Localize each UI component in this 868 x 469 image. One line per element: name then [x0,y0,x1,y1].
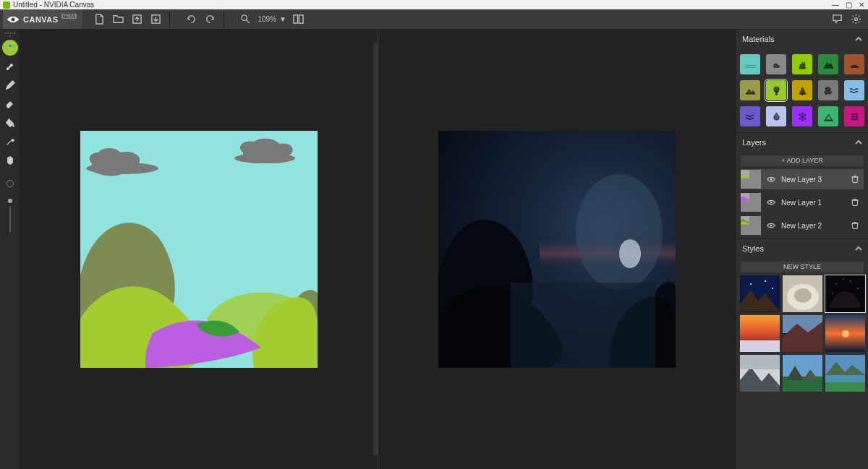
svg-rect-54 [783,355,822,377]
layer-thumbnail [741,216,761,235]
style-thumb-2[interactable] [825,275,865,312]
layer-thumbnail [741,193,761,212]
style-thumb-1[interactable] [783,275,822,312]
maximize-button[interactable]: ▢ [842,1,855,9]
zoom-controls: 109% ▼ [236,11,307,28]
render-canvas-panel[interactable] [378,30,736,469]
minimize-button[interactable]: — [829,1,842,9]
layers-header[interactable]: Layers [736,132,868,151]
material-sand[interactable] [844,106,864,126]
material-sea[interactable] [740,106,760,126]
settings-button[interactable] [846,11,865,28]
compare-toggle-button[interactable] [289,11,308,28]
style-thumb-7[interactable] [783,355,822,392]
save-button[interactable] [127,11,146,28]
material-flower[interactable] [792,106,812,126]
visibility-icon[interactable] [767,221,775,230]
trash-icon[interactable] [851,221,859,230]
brush-tool[interactable] [2,59,18,74]
svg-point-6 [854,18,857,21]
hand-tool[interactable] [2,152,18,168]
material-river[interactable] [818,106,838,126]
main-area: Materials Layers + ADD LAYER [0,30,868,469]
feedback-button[interactable] [827,11,846,28]
visibility-icon[interactable] [767,175,775,184]
export-button[interactable] [146,11,165,28]
pencil-tool[interactable] [2,77,18,93]
svg-point-7 [8,44,12,48]
segmentation-canvas-panel[interactable] [20,30,378,469]
style-thumb-6[interactable] [740,355,780,392]
style-thumb-3[interactable] [740,315,780,352]
scrollbar[interactable] [373,43,378,456]
trash-icon[interactable] [851,198,859,207]
material-tree[interactable] [766,80,786,100]
segmentation-canvas[interactable] [80,131,318,368]
beta-badge: BETA [61,14,77,19]
svg-point-28 [770,178,773,181]
style-thumb-5[interactable] [825,315,865,352]
eyedropper-tool[interactable] [2,134,18,150]
visibility-icon[interactable] [767,198,775,207]
undo-button[interactable] [182,11,200,28]
app-toolbar: CANVAS BETA 109% ▼ [0,9,868,30]
brand-name: CANVAS [23,15,59,24]
styles-header[interactable]: Styles [736,238,868,257]
svg-point-10 [86,163,158,174]
material-rock[interactable] [818,80,838,100]
layer-name: New Layer 1 [781,199,845,207]
svg-point-32 [770,225,773,227]
materials-header[interactable]: Materials [736,30,868,48]
material-sky[interactable] [740,54,760,74]
new-style-button[interactable]: NEW STYLE [741,262,864,272]
brush-size-large-icon[interactable] [7,180,14,187]
material-bush[interactable] [792,80,812,100]
layer-row[interactable]: New Layer 2 [741,215,864,236]
close-button[interactable]: ✕ [855,1,868,9]
style-thumb-4[interactable] [783,315,822,352]
material-dirt[interactable] [844,54,864,74]
material-hill[interactable] [740,80,760,100]
zoom-icon[interactable] [236,11,255,28]
brush-size-slider[interactable] [9,206,11,232]
trash-icon[interactable] [851,175,859,184]
redo-button[interactable] [200,11,219,28]
chevron-up-icon [855,35,862,43]
svg-point-3 [242,15,247,21]
layer-row[interactable]: New Layer 1 [741,192,864,212]
nvidia-eye-icon [6,14,20,25]
new-file-button[interactable] [90,11,109,28]
current-material-tool[interactable] [2,40,18,56]
layer-name: New Layer 3 [781,176,845,184]
material-mountain[interactable] [818,54,838,74]
svg-point-21 [799,113,800,115]
grip-icon [4,33,16,37]
style-thumb-8[interactable] [825,355,865,392]
svg-point-35 [765,280,766,282]
app-icon [3,1,10,9]
svg-point-30 [770,202,773,204]
zoom-dropdown[interactable]: 109% ▼ [255,15,289,23]
fill-tool[interactable] [2,115,18,131]
svg-point-20 [801,115,804,118]
svg-point-44 [843,278,843,279]
chevron-up-icon [855,245,862,252]
material-cloud[interactable] [766,54,786,74]
material-water[interactable] [844,80,864,100]
material-grass[interactable] [792,54,812,74]
window-title: Untitled - NVIDIA Canvas [13,1,829,9]
render-canvas[interactable] [438,131,676,368]
add-layer-button[interactable]: + ADD LAYER [741,155,864,166]
brush-size-small-icon[interactable] [8,199,12,203]
svg-rect-47 [740,340,780,352]
style-thumb-0[interactable] [740,275,780,312]
layer-row[interactable]: New Layer 3 [741,169,864,189]
separator [224,11,224,28]
styles-title: Styles [742,244,764,253]
chevron-down-icon: ▼ [279,15,286,23]
open-file-button[interactable] [109,11,127,28]
svg-point-15 [619,239,641,268]
eraser-tool[interactable] [2,96,18,112]
material-fog[interactable] [766,106,786,126]
window-titlebar: Untitled - NVIDIA Canvas — ▢ ✕ [0,0,868,9]
